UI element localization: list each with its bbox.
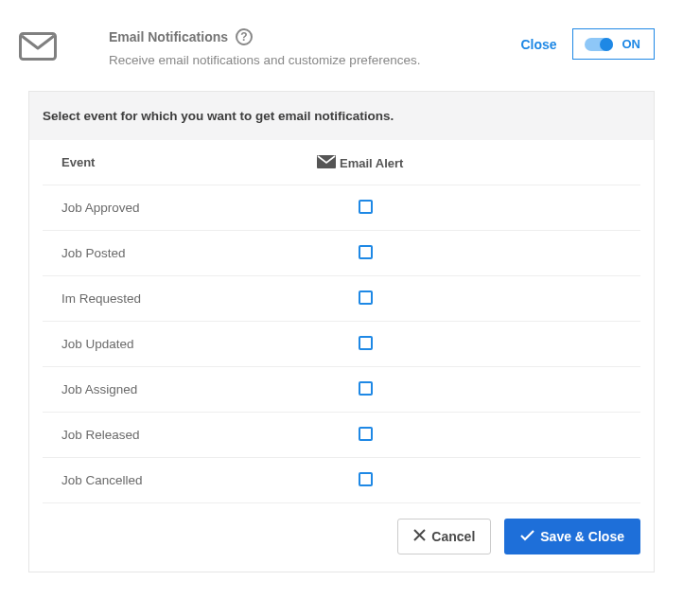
table-row: Job Approved xyxy=(43,185,640,230)
table-row: Job Cancelled xyxy=(43,457,640,502)
cancel-button[interactable]: Cancel xyxy=(397,519,491,554)
column-event: Event xyxy=(43,155,317,171)
event-label: Job Posted xyxy=(43,246,317,260)
settings-header: Email Notifications ? Receive email noti… xyxy=(0,0,683,79)
action-bar: Cancel Save & Close xyxy=(29,503,654,572)
help-icon[interactable]: ? xyxy=(236,28,253,45)
event-checkbox-im-requested[interactable] xyxy=(359,290,373,305)
cancel-button-label: Cancel xyxy=(431,529,475,544)
toggle-thumb xyxy=(600,38,613,51)
header-text-block: Email Notifications ? Receive email noti… xyxy=(109,28,520,70)
table-header: Event Email Alert xyxy=(43,140,640,185)
column-email-alert: Email Alert xyxy=(317,155,403,171)
event-label: Im Requested xyxy=(43,291,317,306)
event-checkbox-job-approved[interactable] xyxy=(359,200,373,214)
toggle-track xyxy=(585,38,613,51)
events-table: Event Email Alert Job Approved Job Poste… xyxy=(29,140,654,503)
panel-heading: Select event for which you want to get e… xyxy=(29,92,654,140)
event-checkbox-job-released[interactable] xyxy=(359,427,373,441)
event-checkbox-job-posted[interactable] xyxy=(359,245,373,259)
toggle-state-label: ON xyxy=(622,37,641,51)
mail-icon xyxy=(19,32,57,63)
table-row: Im Requested xyxy=(43,275,640,321)
event-label: Job Released xyxy=(43,428,317,442)
events-panel: Select event for which you want to get e… xyxy=(28,91,655,572)
close-icon xyxy=(413,529,426,544)
event-checkbox-job-cancelled[interactable] xyxy=(359,472,373,486)
event-checkbox-job-updated[interactable] xyxy=(359,336,373,350)
save-close-button[interactable]: Save & Close xyxy=(504,519,640,554)
page-subtitle: Receive email notifications and customiz… xyxy=(109,51,520,70)
event-label: Job Approved xyxy=(43,201,317,215)
table-row: Job Released xyxy=(43,412,640,457)
title-text: Email Notifications xyxy=(109,29,228,44)
notifications-toggle[interactable]: ON xyxy=(572,28,656,60)
event-label: Job Updated xyxy=(43,337,317,351)
check-icon xyxy=(520,529,534,544)
table-row: Job Updated xyxy=(43,321,640,366)
event-checkbox-job-assigned[interactable] xyxy=(359,381,373,396)
close-link[interactable]: Close xyxy=(520,37,556,52)
header-controls: Close ON xyxy=(520,28,655,60)
save-button-label: Save & Close xyxy=(540,529,624,544)
column-email-alert-label: Email Alert xyxy=(340,156,403,170)
event-label: Job Assigned xyxy=(43,382,317,396)
mail-small-icon xyxy=(317,155,336,171)
page-title: Email Notifications ? xyxy=(109,28,520,45)
table-row: Job Assigned xyxy=(43,366,640,412)
table-row: Job Posted xyxy=(43,230,640,275)
event-label: Job Cancelled xyxy=(43,473,317,487)
